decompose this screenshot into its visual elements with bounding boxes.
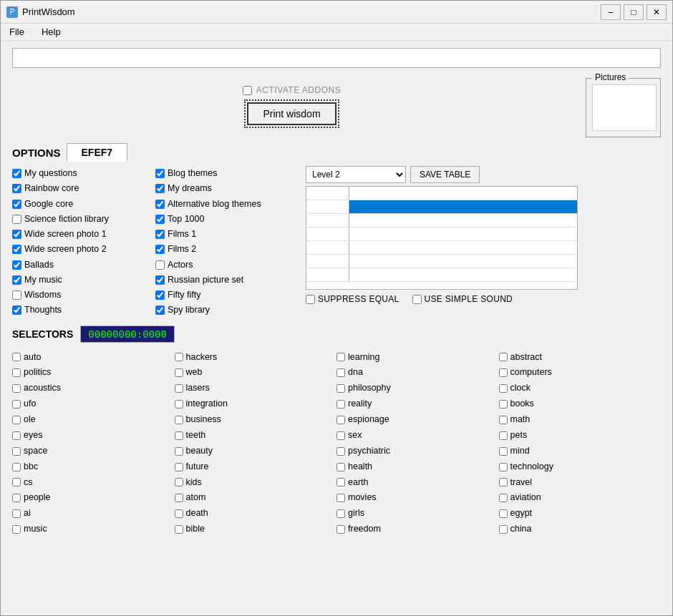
sel-hackers: hackers	[175, 350, 337, 366]
sel-kids: kids	[175, 475, 337, 491]
sel-aviation: aviation	[499, 490, 662, 506]
suppress-equal-checkbox[interactable]	[306, 295, 315, 304]
selectors-grid: auto politics acoustics ufo ole eyes spa…	[12, 350, 661, 538]
opt-wisdoms: Wisdoms	[12, 288, 148, 303]
save-table-button[interactable]: SAVE TABLE	[410, 166, 480, 183]
selectors-header: SELECTORS 00000000:0000	[12, 326, 661, 343]
pictures-group: Pictures	[586, 78, 661, 137]
sel-politics: politics	[12, 365, 175, 381]
selectors-section: SELECTORS 00000000:0000 auto politics ac…	[12, 326, 661, 538]
opt-thoughts: Thoughts	[12, 303, 148, 318]
selectors-col3: learning dna philosophy reality espionag…	[336, 350, 499, 538]
menu-file[interactable]: File	[6, 25, 27, 39]
sel-ai: ai	[12, 506, 175, 522]
sel-bible: bible	[175, 522, 337, 537]
minimize-button[interactable]: –	[601, 4, 621, 20]
sel-mind: mind	[499, 444, 662, 459]
options-col2: Blog themes My dreams Alternative blog t…	[155, 166, 299, 318]
sel-technology: technology	[499, 459, 662, 475]
selectors-label: SELECTORS	[12, 328, 73, 340]
window-title: PrintWisdom	[22, 6, 601, 17]
opt-alt-blog-themes: Alternative blog themes	[155, 197, 299, 212]
tab-efef7[interactable]: EFEF7	[67, 143, 128, 162]
table-row	[306, 187, 577, 200]
sel-pets: pets	[499, 428, 662, 444]
sel-math: math	[499, 412, 662, 428]
sel-philosophy: philosophy	[336, 381, 499, 396]
sel-clock: clock	[499, 381, 662, 396]
sel-reality: reality	[336, 396, 499, 412]
sel-eyes: eyes	[12, 428, 175, 444]
opt-actors: Actors	[155, 258, 299, 273]
title-bar: P PrintWisdom – □ ✕	[1, 1, 672, 24]
sel-espionage: espionage	[336, 412, 499, 428]
opt-spy-library: Spy library	[155, 303, 299, 318]
opt-my-dreams: My dreams	[155, 181, 299, 196]
table-row	[306, 241, 577, 255]
pictures-box	[592, 84, 657, 131]
sel-freedom: freedom	[336, 522, 499, 537]
close-button[interactable]: ✕	[647, 4, 667, 20]
window-controls: – □ ✕	[601, 4, 667, 20]
sel-bbc: bbc	[12, 459, 175, 475]
opt-sci-fi-lib: Science fiction library	[12, 212, 148, 227]
sel-ole: ole	[12, 412, 175, 428]
sel-integration: integration	[175, 396, 337, 412]
sel-books: books	[499, 396, 662, 412]
pictures-legend: Pictures	[592, 72, 629, 82]
menu-bar: File Help	[1, 24, 672, 41]
opt-my-music: My music	[12, 273, 148, 288]
sel-death: death	[175, 506, 337, 522]
sel-lasers: lasers	[175, 381, 337, 396]
print-wisdom-button[interactable]: Print wisdom	[247, 102, 336, 125]
options-label: OPTIONS	[12, 147, 61, 159]
simple-sound-checkbox[interactable]	[412, 295, 422, 304]
table-row	[306, 268, 577, 282]
maximize-button[interactable]: □	[624, 4, 644, 20]
opt-russian-pic-set: Russian picture set	[155, 273, 299, 288]
sel-atom: atom	[175, 490, 337, 506]
sel-beauty: beauty	[175, 444, 337, 459]
sel-computers: computers	[499, 365, 662, 381]
sel-auto: auto	[12, 350, 175, 366]
content-area: ACTIVATE ADDONS Print wisdom Pictures OP…	[1, 41, 672, 615]
suppress-equal-label: SUPPRESS EQUAL	[318, 294, 400, 304]
sel-space: space	[12, 444, 175, 459]
table-row	[306, 200, 577, 214]
opt-ballads: Ballads	[12, 258, 148, 273]
sel-sex: sex	[336, 428, 499, 444]
opt-films-1: Films 1	[155, 227, 299, 242]
sel-psychiatric: psychiatric	[336, 444, 499, 459]
selectors-col2: hackers web lasers integration business …	[175, 350, 337, 538]
sel-future: future	[175, 459, 337, 475]
level-select[interactable]: Level 2 Level 1 Level 3	[306, 166, 406, 183]
search-input[interactable]	[12, 48, 661, 68]
simple-sound-row: USE SIMPLE SOUND	[412, 294, 513, 304]
opt-wide-photo-1: Wide screen photo 1	[12, 227, 148, 242]
opt-top-1000: Top 1000	[155, 212, 299, 227]
activate-addons-checkbox[interactable]	[243, 86, 252, 95]
opt-blog-themes: Blog themes	[155, 166, 299, 181]
sel-teeth: teeth	[175, 428, 337, 444]
menu-help[interactable]: Help	[39, 25, 64, 39]
sel-acoustics: acoustics	[12, 381, 175, 396]
opt-films-2: Films 2	[155, 242, 299, 257]
table-widget[interactable]	[306, 186, 578, 290]
table-row	[306, 255, 577, 268]
app-icon: P	[6, 6, 18, 18]
sel-health: health	[336, 459, 499, 475]
sel-ufo: ufo	[12, 396, 175, 412]
activate-addons-checkbox-row: ACTIVATE ADDONS	[243, 85, 341, 95]
sel-egypt: egypt	[499, 506, 662, 522]
opt-wide-photo-2: Wide screen photo 2	[12, 242, 148, 257]
sel-abstract: abstract	[499, 350, 662, 366]
opt-google-core: Google core	[12, 197, 148, 212]
table-row	[306, 228, 577, 241]
sel-movies: movies	[336, 490, 499, 506]
sel-girls: girls	[336, 506, 499, 522]
sel-cs: cs	[12, 475, 175, 491]
sel-travel: travel	[499, 475, 662, 491]
opt-my-questions: My questions	[12, 166, 148, 181]
sel-dna: dna	[336, 365, 499, 381]
opt-rainbow-core: Rainbow core	[12, 181, 148, 196]
